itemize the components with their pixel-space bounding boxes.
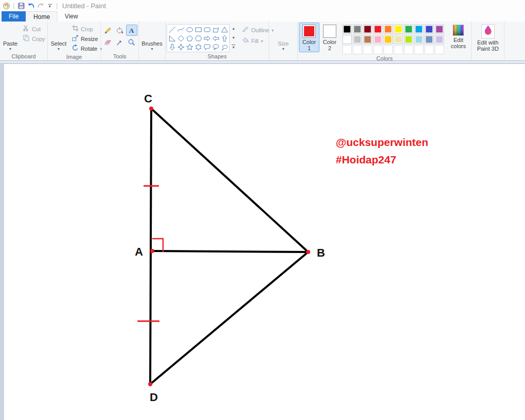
svg-text:B: B — [317, 246, 325, 259]
palette-swatch-r1-c8[interactable] — [414, 25, 423, 34]
ribbon: Paste Cut Copy Clipboard — [0, 22, 525, 61]
group-size: Size — [269, 22, 298, 60]
palette-swatch-r2-c3[interactable] — [363, 35, 372, 44]
crop-button[interactable]: Crop — [70, 25, 104, 34]
tab-file[interactable]: File — [2, 11, 26, 22]
resize-button[interactable]: Resize — [70, 34, 104, 44]
qat-customize-button[interactable] — [46, 2, 53, 10]
shapes-scroll-down-button[interactable]: ▼ — [230, 33, 237, 42]
outline-label: Outline — [251, 27, 269, 33]
edit-colors-icon — [453, 25, 464, 36]
drawing-canvas[interactable]: CABD@ucksuperwinten#Hoidap247 — [4, 64, 525, 420]
edit-colors-button[interactable]: Edit colors — [447, 23, 470, 49]
shape-rectangle[interactable] — [194, 25, 203, 34]
color2-button[interactable]: Color 2 — [319, 23, 340, 52]
copy-label: Copy — [32, 36, 45, 42]
svg-text:D: D — [150, 391, 158, 404]
shape-line[interactable] — [168, 25, 176, 34]
shape-callout-cloud[interactable] — [220, 43, 229, 51]
shape-callout-round[interactable] — [203, 43, 211, 51]
palette-swatch-r1-c3[interactable] — [363, 25, 372, 34]
undo-button[interactable] — [27, 2, 35, 10]
palette-swatch-r2-c7[interactable] — [404, 35, 413, 44]
palette-swatch-r1-c9[interactable] — [425, 25, 434, 34]
palette-swatch-r2-c9[interactable] — [425, 35, 434, 44]
shape-oval[interactable] — [185, 25, 194, 34]
shapes-scroll-up-button[interactable]: ▲ — [230, 24, 237, 33]
pencil-tool-button[interactable] — [103, 25, 114, 36]
palette-empty-slot[interactable] — [342, 45, 352, 54]
palette-swatch-r1-c5[interactable] — [383, 25, 393, 34]
shape-star-5[interactable] — [185, 43, 194, 51]
shape-arrow-left[interactable] — [211, 34, 220, 43]
cut-button[interactable]: Cut — [21, 25, 47, 34]
shape-diamond[interactable] — [176, 34, 185, 43]
edit-with-paint3d-button[interactable]: Edit with Paint 3D — [474, 23, 502, 52]
palette-swatch-r2-c10[interactable] — [435, 35, 444, 44]
palette-empty-slot[interactable] — [425, 45, 434, 54]
fill-label: Fill — [251, 38, 258, 44]
shape-star-4[interactable] — [176, 43, 185, 51]
text-tool-button[interactable]: A — [126, 25, 137, 36]
group-label-image: Image — [49, 53, 99, 61]
group-tools: A Tools — [101, 22, 139, 60]
palette-empty-slot[interactable] — [373, 45, 382, 54]
palette-swatch-r2-c1[interactable] — [342, 35, 352, 44]
palette-swatch-r2-c2[interactable] — [353, 35, 362, 44]
redo-button[interactable] — [36, 2, 45, 10]
shape-rounded-rectangle[interactable] — [203, 25, 211, 34]
copy-button[interactable]: Copy — [21, 34, 47, 44]
cut-icon — [23, 25, 30, 34]
palette-swatch-r2-c6[interactable] — [394, 35, 403, 44]
tab-home[interactable]: Home — [26, 11, 57, 22]
palette-swatch-r1-c2[interactable] — [353, 25, 362, 34]
select-button[interactable]: Select — [49, 23, 69, 51]
palette-swatch-r2-c4[interactable] — [373, 35, 382, 44]
fill-bucket-tool-button[interactable] — [114, 25, 126, 36]
shape-callout-oval[interactable] — [211, 43, 220, 51]
shape-polygon[interactable] — [211, 25, 220, 34]
palette-swatch-r1-c4[interactable] — [373, 25, 382, 34]
shape-triangle[interactable] — [220, 25, 229, 34]
shapes-expand-button[interactable]: ▼ — [230, 43, 237, 51]
size-button[interactable]: Size — [276, 23, 291, 51]
crop-icon — [72, 25, 79, 34]
shape-star-6[interactable] — [194, 43, 203, 51]
color1-button[interactable]: Color 1 — [299, 23, 319, 52]
titlebar: | | Untitled - Paint — [0, 0, 525, 11]
color1-label: Color 1 — [300, 39, 318, 51]
chevron-down-icon — [261, 39, 263, 44]
paste-button[interactable]: Paste — [1, 23, 19, 51]
eyedropper-tool-button[interactable] — [114, 36, 126, 48]
tab-view[interactable]: View — [57, 11, 85, 22]
shape-arrow-up[interactable] — [220, 34, 229, 43]
palette-swatch-r1-c10[interactable] — [435, 25, 444, 34]
palette-swatch-r1-c6[interactable] — [394, 25, 403, 34]
shape-pentagon[interactable] — [185, 34, 194, 43]
chevron-down-icon — [282, 47, 284, 51]
eraser-tool-button[interactable] — [103, 36, 114, 48]
shape-curve[interactable] — [176, 25, 185, 34]
palette-empty-slot[interactable] — [353, 45, 362, 54]
palette-empty-slot[interactable] — [435, 45, 444, 54]
palette-swatch-r1-c1[interactable] — [342, 25, 352, 34]
palette-empty-slot[interactable] — [363, 45, 372, 54]
palette-empty-slot[interactable] — [404, 45, 413, 54]
shape-arrow-right[interactable] — [203, 34, 211, 43]
save-button[interactable] — [17, 2, 25, 10]
palette-swatch-r2-c5[interactable] — [383, 35, 393, 44]
divider: | — [56, 2, 57, 9]
svg-text:@ucksuperwinten: @ucksuperwinten — [336, 136, 428, 148]
shape-arrow-down[interactable] — [168, 43, 176, 51]
brushes-button[interactable]: Brushes — [139, 23, 164, 51]
rotate-button[interactable]: Rotate — [70, 44, 104, 53]
shape-right-triangle[interactable] — [168, 34, 176, 43]
palette-swatch-r1-c7[interactable] — [404, 25, 413, 34]
palette-empty-slot[interactable] — [394, 45, 403, 54]
palette-swatch-r2-c8[interactable] — [414, 35, 423, 44]
color-palette — [342, 24, 445, 55]
palette-empty-slot[interactable] — [414, 45, 423, 54]
palette-empty-slot[interactable] — [383, 45, 393, 54]
shape-hexagon[interactable] — [194, 34, 203, 43]
magnifier-tool-button[interactable] — [126, 36, 137, 48]
